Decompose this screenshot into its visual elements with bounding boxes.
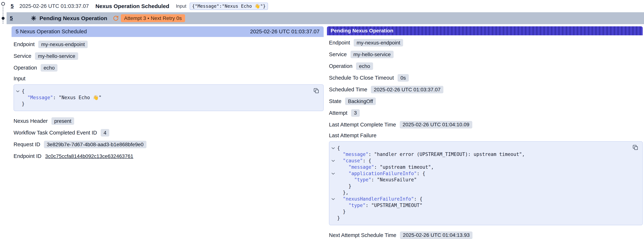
event-rows: 5 2025-02-26 UTC 01:03:37.07 Nexus Opera… [6,0,644,24]
scheduled-panel-body: Endpoint my-nexus-endpoint Service my-he… [12,37,324,162]
field-nexus-header: Nexus Header present [14,115,324,127]
field-service: Service my-hello-service [14,50,324,62]
field-label: Schedule To Close Timeout [329,75,394,81]
field-value-badge: BackingOff [345,98,376,105]
json-line: "applicationFailureInfo": { [331,170,628,177]
field-label: Operation [14,65,37,71]
json-line: } [331,183,628,190]
field-service: Service my-hello-service [329,49,643,60]
retry-icon [113,15,118,21]
json-line: "message": "handler error (UPSTREAM_TIME… [331,151,628,158]
field-value-badge: 2025-02-26 UTC 01:04:13.93 [400,232,472,239]
json-line: "type": "NexusFailure" [331,176,628,183]
scheduled-panel-header: 5 Nexus Operation Scheduled 2025-02-26 U… [12,26,324,37]
failure-section-label: Last Attempt Failure [329,130,643,140]
field-label: State [329,98,342,104]
json-line: } [16,101,309,107]
scheduled-panel-title: 5 Nexus Operation Scheduled [16,28,87,34]
collapse-chevron-icon[interactable] [331,196,337,202]
field-state: State BackingOff [329,96,643,107]
field-endpoint: Endpoint my-nexus-endpoint [14,38,324,50]
input-mini-label: Input [176,4,186,9]
field-value-badge: 2025-02-26 UTC 01:04:10.09 [400,121,472,128]
timeline-gutter [0,0,6,25]
field-value-badge: 4 [101,129,109,136]
field-label: Next Attempt Schedule Time [329,232,396,238]
detail-panels: 5 Nexus Operation Scheduled 2025-02-26 U… [12,26,643,239]
json-line: { [331,145,628,151]
json-line: "Message": "Nexus Echo 👋" [16,94,309,101]
event-title: Nexus Operation Scheduled [95,3,169,9]
field-value-badge: 2025-02-26 UTC 01:03:37.07 [371,86,443,93]
field-operation: Operation echo [329,60,643,72]
field-label: Endpoint ID [14,153,41,159]
field-scheduled-time: Scheduled Time 2025-02-26 UTC 01:03:37.0… [329,84,643,96]
event-time: 2025-02-26 UTC 01:03:37.07 [20,3,89,9]
copy-icon[interactable] [632,144,639,151]
field-endpoint: Endpoint my-nexus-endpoint [329,37,643,49]
scheduled-event-panel: 5 Nexus Operation Scheduled 2025-02-26 U… [12,26,324,162]
field-attempt: Attempt 3 [329,107,643,119]
timeline-dot-icon [2,17,4,20]
json-line: "message": "upstream timeout", [331,164,628,170]
json-line: } [331,208,628,215]
field-operation: Operation echo [14,62,324,74]
attempt-retry-badge: Attempt 3 • Next Retry 0s [121,14,185,22]
pending-panel-header: Pending Nexus Operation [327,26,643,35]
json-line: } [331,215,628,221]
pending-asterisk-icon [31,16,36,21]
input-preview-chip: {"Message":"Nexus Echo 👋"} [190,2,268,10]
field-value-badge: my-hello-service [35,52,78,60]
event-history-view: 5 2025-02-26 UTC 01:03:37.07 Nexus Opera… [0,0,644,239]
event-id-link[interactable]: 5 [10,3,14,9]
field-value-badge: my-nexus-endpoint [38,41,88,48]
field-value-badge: 0s [398,74,409,82]
input-json-block: { "Message": "Nexus Echo 👋" } [14,84,324,111]
copy-icon[interactable] [313,88,320,94]
field-label: Scheduled Time [329,86,367,92]
pending-operation-panel: Pending Nexus Operation Endpoint my-nexu… [327,26,643,239]
field-value-badge: my-hello-service [350,51,394,58]
json-line: }, [331,190,628,196]
field-label: Attempt [329,110,347,116]
collapse-chevron-icon[interactable] [331,170,337,177]
field-label: Endpoint [14,41,34,48]
event-row-scheduled[interactable]: 5 2025-02-26 UTC 01:03:37.07 Nexus Opera… [6,0,644,12]
failure-json-block: { "message": "handler error (UPSTREAM_TI… [329,141,643,225]
json-line: "type": "UPSTREAM_TIMEOUT" [331,202,628,208]
json-line: "cause": { [331,158,628,164]
field-value-badge: echo [41,64,58,72]
input-section-label: Input [14,74,324,84]
field-schedule-to-close-timeout: Schedule To Close Timeout 0s [329,72,643,84]
field-value-badge: present [52,117,74,125]
timeline-dashed-connector [3,6,3,24]
json-line: "nexusHandlerFailureInfo": { [331,196,628,202]
field-request-id: Request ID 3e829b7e-7d67-4b08-aad3-b1e86… [14,139,324,150]
event-row-pending-selected[interactable]: 5 Pending Nexus Operation Attempt 3 • Ne… [6,12,644,24]
field-value-badge: 3 [351,109,360,117]
field-label: Service [14,53,31,59]
field-label: Operation [329,63,352,69]
field-label: Last Attempt Complete Time [329,122,396,128]
pending-title: Pending Nexus Operation [40,15,107,22]
field-endpoint-id: Endpoint ID 3c0c75ccfa8144b092c13ce63246… [14,150,324,162]
field-value-badge: echo [356,62,373,70]
field-next-attempt-schedule-time: Next Attempt Schedule Time 2025-02-26 UT… [329,229,643,239]
field-label: Service [329,52,347,58]
field-value-badge: my-nexus-endpoint [354,39,403,46]
field-label: Nexus Header [14,118,48,124]
pending-id-link[interactable]: 5 [10,15,13,21]
field-label: Endpoint [329,40,350,46]
collapse-chevron-icon[interactable] [16,88,22,94]
pending-panel-body: Endpoint my-nexus-endpoint Service my-he… [327,35,643,239]
collapse-chevron-icon[interactable] [331,158,337,164]
field-value-badge: 3e829b7e-7d67-4b08-aad3-b1e868bfe9e0 [44,141,146,148]
endpoint-id-link[interactable]: 3c0c75ccfa8144b092c13ce632463761 [45,153,134,159]
field-workflow-task-completed-event-id: Workflow Task Completed Event ID 4 [14,127,324,139]
pending-panel-title: Pending Nexus Operation [330,28,394,34]
field-label: Workflow Task Completed Event ID [14,130,97,136]
field-last-attempt-complete-time: Last Attempt Complete Time 2025-02-26 UT… [329,119,643,130]
timeline-open-circle-icon [1,2,5,6]
collapse-chevron-icon[interactable] [331,145,337,151]
field-label: Request ID [14,142,40,148]
